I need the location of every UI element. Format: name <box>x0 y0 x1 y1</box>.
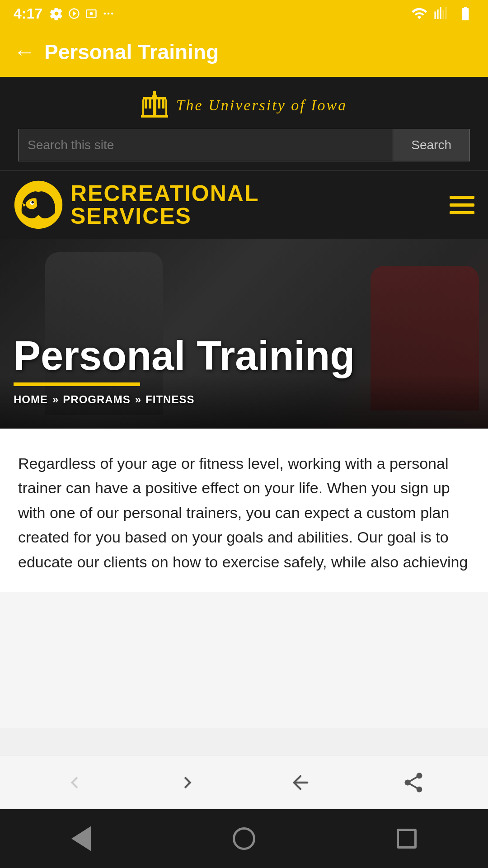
content-area: Regardless of your age or fitness level,… <box>0 429 488 592</box>
browser-forward-icon <box>176 771 199 794</box>
svg-rect-12 <box>158 99 160 108</box>
hamburger-line-2 <box>450 203 474 207</box>
back-button[interactable]: ← <box>14 41 35 63</box>
browser-back-button[interactable] <box>56 764 93 801</box>
browser-home-icon <box>289 771 312 794</box>
breadcrumb-sep-1: » <box>52 393 58 406</box>
hamburger-line-1 <box>450 196 474 199</box>
svg-point-3 <box>111 13 113 15</box>
hero-title: Personal Training <box>14 335 474 376</box>
hero-underline <box>14 382 140 386</box>
svg-rect-10 <box>149 99 151 108</box>
svg-rect-13 <box>162 99 164 108</box>
rec-services-header: RECREATIONAL SERVICES <box>0 170 488 239</box>
browser-home-button[interactable] <box>282 764 319 801</box>
android-nav-bar <box>0 809 488 868</box>
search-button[interactable]: Search <box>393 129 470 161</box>
svg-rect-14 <box>141 115 168 118</box>
app-header: ← Personal Training <box>0 27 488 77</box>
android-back-button[interactable] <box>68 825 95 852</box>
share-icon <box>402 771 425 794</box>
browser-back-icon <box>63 771 86 794</box>
android-back-icon <box>71 826 91 851</box>
hamburger-menu-button[interactable] <box>450 196 474 214</box>
svg-rect-9 <box>145 99 147 108</box>
hamburger-line-3 <box>450 211 474 214</box>
svg-rect-6 <box>143 97 166 99</box>
svg-marker-5 <box>152 90 157 97</box>
svg-point-2 <box>108 13 110 15</box>
signal-icon <box>434 5 450 22</box>
breadcrumb-home[interactable]: HOME <box>14 393 48 406</box>
android-recents-button[interactable] <box>393 825 420 852</box>
settings-icon <box>50 7 63 20</box>
hawkeye-logo-icon <box>14 180 63 230</box>
battery-icon <box>456 5 474 22</box>
dots-icon <box>102 7 115 20</box>
browser-nav-bar <box>0 755 488 809</box>
status-icons <box>50 7 115 20</box>
content-body-text: Regardless of your age or fitness level,… <box>18 451 470 574</box>
svg-rect-8 <box>165 99 167 115</box>
university-name: The University of Iowa <box>176 97 347 114</box>
android-home-icon <box>233 827 255 850</box>
status-bar-right <box>411 5 474 22</box>
rec-title: RECREATIONAL SERVICES <box>70 182 259 227</box>
screen-record-icon <box>85 7 98 20</box>
svg-point-17 <box>31 201 34 204</box>
svg-rect-7 <box>142 99 144 115</box>
breadcrumb-sep-2: » <box>135 393 141 406</box>
bottom-spacer <box>0 592 488 728</box>
svg-point-0 <box>90 12 93 15</box>
rec-title-bottom: SERVICES <box>70 205 259 227</box>
breadcrumb-fitness[interactable]: FITNESS <box>145 393 194 406</box>
university-header: The University of Iowa Search <box>0 77 488 170</box>
android-recents-icon <box>397 829 417 849</box>
search-input[interactable] <box>18 129 393 161</box>
hero-section: Personal Training HOME » PROGRAMS » FITN… <box>0 239 488 429</box>
rec-logo: RECREATIONAL SERVICES <box>14 180 259 230</box>
breadcrumb-programs[interactable]: PROGRAMS <box>63 393 130 406</box>
android-home-button[interactable] <box>230 825 258 852</box>
breadcrumb: HOME » PROGRAMS » FITNESS <box>14 393 474 406</box>
status-bar: 4:17 <box>0 0 488 27</box>
play-icon <box>68 7 80 20</box>
wifi-icon <box>411 5 427 22</box>
browser-forward-button[interactable] <box>169 764 206 801</box>
status-time: 4:17 <box>14 5 42 22</box>
hero-content: Personal Training HOME » PROGRAMS » FITN… <box>14 335 474 406</box>
search-bar: Search <box>18 129 470 161</box>
browser-share-button[interactable] <box>395 764 432 801</box>
university-logo: The University of Iowa <box>141 90 347 120</box>
university-building-icon <box>141 90 168 120</box>
page-title: Personal Training <box>44 40 219 64</box>
rec-title-top: RECREATIONAL <box>70 182 259 205</box>
svg-rect-11 <box>153 99 156 115</box>
svg-point-1 <box>104 13 106 15</box>
